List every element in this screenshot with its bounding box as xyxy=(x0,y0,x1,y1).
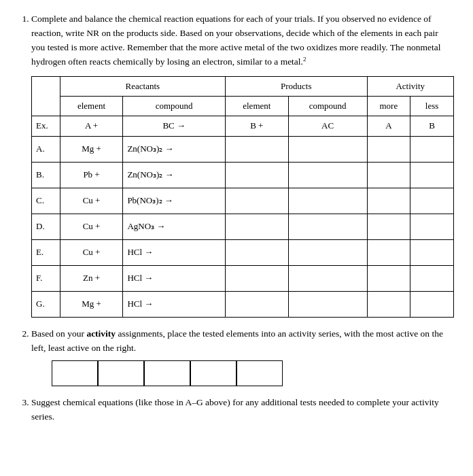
reactions-table: Reactants Products Activity element comp… xyxy=(31,76,454,317)
activity-less-cell xyxy=(410,214,454,239)
product-element-cell xyxy=(225,291,288,317)
row-label-cell: A. xyxy=(32,136,60,162)
product-compound-cell xyxy=(288,188,367,214)
activity-less-cell xyxy=(410,162,454,188)
reactant-element-cell: Cu + xyxy=(60,188,123,214)
example-reactant-element: A + xyxy=(60,116,123,136)
question-2-text: Based on your activity assignments, plac… xyxy=(31,328,443,353)
table-row: B.Pb +Zn(NO₃)₂ → xyxy=(32,162,454,188)
reactant-compound-cell: AgNO₃ → xyxy=(123,214,226,239)
reactant-compound-cell: Pb(NO₃)₂ → xyxy=(123,188,226,214)
header-products: Products xyxy=(225,77,367,97)
product-element-cell xyxy=(225,136,288,162)
example-label: Ex. xyxy=(32,116,60,136)
activity-box-1[interactable] xyxy=(52,360,98,386)
activity-more-cell xyxy=(367,136,410,162)
product-element-cell xyxy=(225,188,288,214)
question-1: Complete and balance the chemical reacti… xyxy=(31,12,454,318)
question-2: Based on your activity assignments, plac… xyxy=(31,327,454,387)
question-3: Suggest chemical equations (like those i… xyxy=(31,396,454,424)
empty-top-left xyxy=(32,77,60,116)
activity-more-cell xyxy=(367,265,410,291)
row-label-cell: G. xyxy=(32,291,60,317)
activity-more-cell xyxy=(367,162,410,188)
product-compound-cell xyxy=(288,239,367,265)
reactions-table-wrapper: Reactants Products Activity element comp… xyxy=(31,76,454,317)
row-label-cell: D. xyxy=(32,214,60,239)
reactant-element-cell: Mg + xyxy=(60,136,123,162)
reactant-compound-cell: HCl → xyxy=(123,291,226,317)
reactant-element-cell: Mg + xyxy=(60,291,123,317)
activity-more-cell xyxy=(367,239,410,265)
activity-less-cell xyxy=(410,265,454,291)
reactant-compound-cell: HCl → xyxy=(123,239,226,265)
reactant-element-cell: Zn + xyxy=(60,265,123,291)
reactant-compound-cell: Zn(NO₃)₂ → xyxy=(123,162,226,188)
table-row: F.Zn +HCl → xyxy=(32,265,454,291)
example-activity-more: A xyxy=(367,116,410,136)
bold-activity: activity xyxy=(86,328,116,339)
activity-less-cell xyxy=(410,239,454,265)
reactant-compound-cell: HCl → xyxy=(123,265,226,291)
reactant-element-cell: Pb + xyxy=(60,162,123,188)
row-label-cell: C. xyxy=(32,188,60,214)
subheader-less: less xyxy=(410,97,454,116)
activity-box-4[interactable] xyxy=(190,360,236,386)
product-element-cell xyxy=(225,239,288,265)
row-label-cell: F. xyxy=(32,265,60,291)
question-3-text: Suggest chemical equations (like those i… xyxy=(31,397,439,422)
activity-more-cell xyxy=(367,214,410,239)
table-row: A.Mg +Zn(NO₃)₂ → xyxy=(32,136,454,162)
product-element-cell xyxy=(225,265,288,291)
header-row-1: Reactants Products Activity xyxy=(32,77,454,97)
example-row: Ex. A + BC → B + AC A B xyxy=(32,116,454,136)
reactant-element-cell: Cu + xyxy=(60,214,123,239)
header-activity: Activity xyxy=(367,77,454,97)
row-label-cell: B. xyxy=(32,162,60,188)
example-product-compound: AC xyxy=(288,116,367,136)
table-row: C.Cu +Pb(NO₃)₂ → xyxy=(32,188,454,214)
activity-box-5[interactable] xyxy=(236,360,283,386)
product-element-cell xyxy=(225,214,288,239)
activity-less-cell xyxy=(410,136,454,162)
product-compound-cell xyxy=(288,136,367,162)
product-compound-cell xyxy=(288,214,367,239)
question-1-text: Complete and balance the chemical reacti… xyxy=(31,14,440,67)
header-reactants: Reactants xyxy=(60,77,225,97)
header-row-2: element compound element compound more l… xyxy=(32,97,454,116)
activity-boxes-container xyxy=(52,360,454,386)
product-compound-cell xyxy=(288,162,367,188)
product-compound-cell xyxy=(288,265,367,291)
subheader-compound: compound xyxy=(123,97,226,116)
table-row: D.Cu +AgNO₃ → xyxy=(32,214,454,239)
subheader-element2: element xyxy=(225,97,288,116)
footnote-2: 2 xyxy=(303,56,306,63)
table-row: E.Cu +HCl → xyxy=(32,239,454,265)
activity-more-cell xyxy=(367,291,410,317)
product-compound-cell xyxy=(288,291,367,317)
subheader-compound2: compound xyxy=(288,97,367,116)
product-element-cell xyxy=(225,162,288,188)
activity-more-cell xyxy=(367,188,410,214)
activity-box-3[interactable] xyxy=(144,360,190,386)
example-reactant-compound: BC → xyxy=(123,116,226,136)
row-label-cell: E. xyxy=(32,239,60,265)
example-activity-less: B xyxy=(410,116,454,136)
reactant-compound-cell: Zn(NO₃)₂ → xyxy=(123,136,226,162)
reactant-element-cell: Cu + xyxy=(60,239,123,265)
activity-less-cell xyxy=(410,188,454,214)
example-product-element: B + xyxy=(225,116,288,136)
activity-less-cell xyxy=(410,291,454,317)
table-row: G.Mg +HCl → xyxy=(32,291,454,317)
subheader-element: element xyxy=(60,97,123,116)
activity-box-2[interactable] xyxy=(98,360,144,386)
subheader-more: more xyxy=(367,97,410,116)
